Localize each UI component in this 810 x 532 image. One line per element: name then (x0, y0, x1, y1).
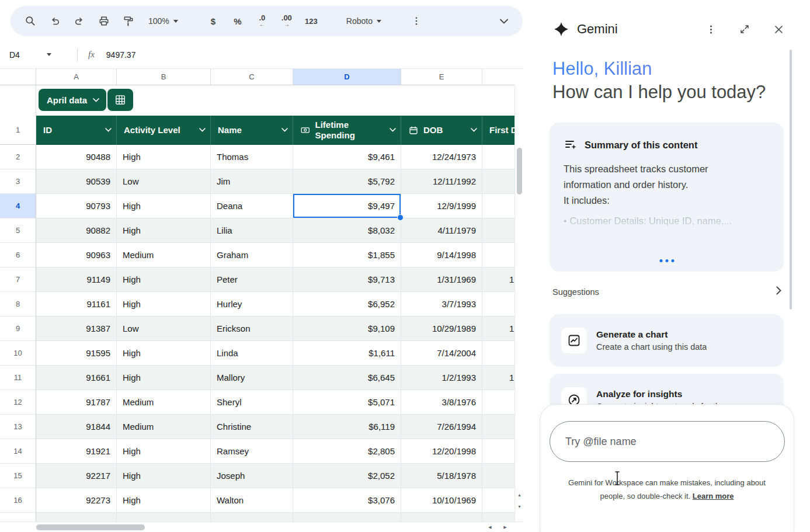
cell-id[interactable]: 90882 (36, 218, 117, 243)
row-number[interactable]: 5 (0, 218, 36, 243)
suggestion-generate-chart[interactable]: Generate a chart Create a chart using th… (550, 314, 784, 367)
cell-activity-level[interactable]: High (117, 218, 211, 243)
zoom-select[interactable]: 100% (141, 9, 185, 33)
cell-first-date[interactable] (482, 292, 514, 317)
row-number[interactable]: 12 (0, 390, 36, 415)
panel-menu-button[interactable] (703, 21, 719, 37)
cell-dob[interactable]: 9/14/1998 (401, 243, 482, 267)
suggestions-next-button[interactable] (776, 286, 781, 297)
cell-activity-level[interactable]: Medium (117, 243, 211, 267)
row-number[interactable]: 3 (0, 169, 36, 194)
cell-id[interactable]: 90539 (36, 169, 117, 194)
row-number[interactable]: 15 (0, 464, 36, 488)
row-number[interactable]: 9 (0, 317, 36, 341)
panel-scrollbar-thumb[interactable] (790, 50, 792, 310)
cell-name[interactable]: Graham (211, 243, 293, 267)
row-number[interactable]: 10 (0, 341, 36, 366)
print-button[interactable] (92, 9, 116, 33)
cell-first-date[interactable] (482, 415, 514, 439)
toolbar-more-button[interactable] (405, 9, 428, 33)
cell-dob[interactable]: 5/18/1978 (401, 464, 482, 488)
vertical-scrollbar[interactable]: ▲ ▼ (514, 85, 523, 521)
cell-name[interactable]: Lilia (211, 218, 293, 243)
cell-id[interactable]: 92347 (36, 513, 117, 521)
learn-more-link[interactable]: Learn more (693, 492, 734, 500)
panel-close-button[interactable] (770, 21, 787, 37)
cell-activity-level[interactable]: Low (117, 169, 211, 194)
cell-name[interactable]: Augusta (211, 513, 293, 521)
cell-dob[interactable]: 12/9/1999 (401, 194, 482, 218)
cell-lifetime-spending[interactable]: $9,713 (293, 267, 401, 292)
chevron-down-icon[interactable] (390, 128, 396, 132)
cell-lifetime-spending[interactable]: $3,076 (293, 488, 401, 513)
cell-activity-level[interactable]: High (117, 341, 211, 366)
cell-lifetime-spending[interactable]: $9,109 (293, 317, 401, 341)
cell-lifetime-spending[interactable]: $5,071 (293, 390, 401, 415)
row-number[interactable]: 7 (0, 267, 36, 292)
header-first-date[interactable]: First Date (482, 116, 514, 145)
row-header-1[interactable]: 1 (0, 116, 36, 145)
row-number[interactable]: 6 (0, 243, 36, 267)
cell-first-date[interactable] (482, 439, 514, 464)
cell-activity-level[interactable]: High (117, 292, 211, 317)
select-all-corner[interactable] (0, 69, 36, 85)
cell-first-date[interactable]: 1 (482, 366, 514, 390)
cell-name[interactable]: Thomas (211, 145, 293, 169)
cell-id[interactable]: 92273 (36, 488, 117, 513)
chevron-down-icon[interactable] (281, 128, 288, 132)
cell-dob[interactable]: 7/14/2004 (401, 341, 482, 366)
scroll-down-button[interactable]: ▼ (515, 502, 524, 511)
table-grid-button[interactable] (107, 89, 133, 111)
cell-first-date[interactable] (482, 513, 514, 521)
cell-first-date[interactable] (482, 218, 514, 243)
format-currency-button[interactable]: $ (201, 9, 225, 33)
scroll-right-button[interactable]: ▶ (499, 522, 512, 532)
cell-id[interactable]: 91387 (36, 317, 117, 341)
scroll-up-button[interactable]: ▲ (515, 490, 524, 499)
show-more-button[interactable] (659, 259, 674, 262)
scroll-left-button[interactable]: ◀ (484, 522, 496, 532)
cell-lifetime-spending[interactable]: $2,251 (293, 513, 401, 521)
row-number[interactable]: 16 (0, 488, 36, 513)
chevron-down-icon[interactable] (105, 128, 112, 132)
row-number[interactable]: 11 (0, 366, 36, 390)
row-number[interactable]: 14 (0, 439, 36, 464)
cell-name[interactable]: Walton (211, 488, 293, 513)
column-header-b[interactable]: B (117, 69, 211, 85)
cell-lifetime-spending[interactable]: $1,611 (293, 341, 401, 366)
header-id[interactable]: ID (36, 116, 117, 145)
cell-activity-level[interactable]: Medium (117, 415, 211, 439)
cell-id[interactable]: 90488 (36, 145, 117, 169)
cell-dob[interactable]: 3/7/1993 (401, 292, 482, 317)
toolbar-collapse-button[interactable] (492, 9, 516, 33)
cell-activity-level[interactable]: High (117, 488, 211, 513)
cell-name[interactable]: Jim (211, 169, 293, 194)
cell-name[interactable]: Linda (211, 341, 293, 366)
cell-activity-level[interactable]: High (117, 267, 211, 292)
cell-id[interactable]: 91149 (36, 267, 117, 292)
cell-first-date[interactable] (482, 169, 514, 194)
cell-name[interactable]: Erickson (211, 317, 293, 341)
cell-name[interactable]: Ramsey (211, 439, 293, 464)
horizontal-scrollbar[interactable]: ◀ ▶ (0, 521, 523, 532)
row-number[interactable]: 8 (0, 292, 36, 317)
chevron-down-icon[interactable] (199, 128, 206, 132)
row-number[interactable]: 13 (0, 415, 36, 439)
cell-activity-level[interactable]: High (117, 194, 211, 218)
increase-decimal-button[interactable]: .00 → (275, 9, 298, 33)
format-percent-button[interactable]: % (226, 9, 249, 33)
undo-button[interactable] (43, 9, 67, 33)
cell-dob[interactable]: 1/31/1969 (401, 267, 482, 292)
cell-id[interactable]: 90793 (36, 194, 117, 218)
cell-dob[interactable]: 4/11/1979 (401, 218, 482, 243)
cell-activity-level[interactable]: High (117, 513, 211, 521)
cell-lifetime-spending[interactable]: $1,855 (293, 243, 401, 267)
cell-dob[interactable]: 7/26/1994 (401, 415, 482, 439)
row-number[interactable]: 2 (0, 145, 36, 169)
row-number[interactable]: 17 (0, 513, 36, 521)
cell-id[interactable]: 91787 (36, 390, 117, 415)
cell-name[interactable]: Deana (211, 194, 293, 218)
gemini-prompt-input[interactable] (550, 421, 785, 462)
cell-dob[interactable]: 12/20/1998 (401, 439, 482, 464)
header-dob[interactable]: DOB (401, 116, 482, 145)
